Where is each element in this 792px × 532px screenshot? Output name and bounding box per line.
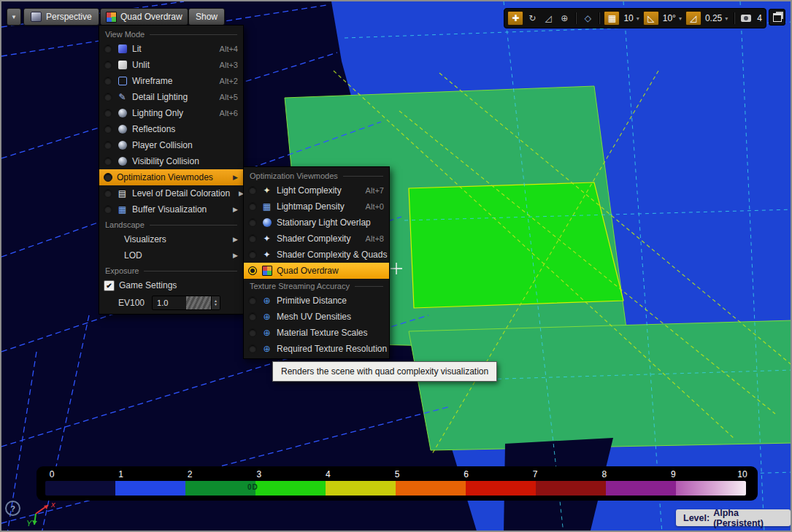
- menu-item-lighting-only[interactable]: Lighting Only Alt+6: [99, 105, 243, 121]
- slider-grip[interactable]: [186, 296, 211, 309]
- optimization-viewmodes-submenu: Optimization Viewmodes ✦ Light Complexit…: [243, 166, 390, 359]
- ev100-spinbox[interactable]: 1.0 ▲ ▼: [152, 296, 220, 310]
- chevron-down-icon[interactable]: ▾: [637, 15, 639, 22]
- menu-item-wireframe[interactable]: Wireframe Alt+2: [99, 73, 243, 89]
- maximize-icon: [773, 13, 782, 22]
- legend-tick-labels: 0 1 2 3 4 5 6 7 8 9 10: [44, 469, 750, 479]
- move-tool-button[interactable]: ✚: [507, 11, 523, 26]
- spin-down-icon: ▼: [214, 303, 218, 307]
- menu-item-player-collision[interactable]: Player Collision: [99, 137, 243, 153]
- legend-segment: [396, 481, 466, 496]
- viewmode-button[interactable]: Quad Overdraw: [100, 8, 188, 26]
- chevron-down-icon[interactable]: ▾: [725, 15, 728, 22]
- menu-item-shader-complexity[interactable]: ✦ Shader Complexity Alt+8: [244, 231, 389, 247]
- menu-item-reflections[interactable]: Reflections: [99, 121, 243, 137]
- radio-icon: [104, 77, 112, 85]
- menu-item-material-texture-scales[interactable]: ⊕ Material Texture Scales: [244, 325, 389, 341]
- grid-snap-value[interactable]: 10: [621, 13, 634, 23]
- menu-item-light-complexity[interactable]: ✦ Light Complexity Alt+7: [244, 182, 389, 198]
- legend-color-strip: [45, 481, 746, 496]
- sparkle-icon: ✦: [261, 234, 272, 243]
- scale-snap-button[interactable]: ◿: [685, 11, 701, 26]
- menu-item-primitive-distance[interactable]: ⊕ Primitive Distance: [244, 293, 389, 309]
- camera-speed-value[interactable]: 4: [755, 13, 763, 23]
- menu-item-stationary-light-overlap[interactable]: Stationary Light Overlap: [244, 215, 389, 231]
- rotate-tool-button[interactable]: ↻: [525, 12, 539, 25]
- maximize-viewport-button[interactable]: [769, 9, 785, 26]
- radio-icon: [248, 312, 257, 321]
- rotation-snap-value[interactable]: 10°: [661, 13, 677, 23]
- show-button[interactable]: Show: [188, 8, 225, 26]
- menu-item-lod[interactable]: LOD ▶: [99, 247, 243, 263]
- menu-item-shader-complexity-quads[interactable]: ✦ Shader Complexity & Quads: [244, 247, 389, 263]
- light-sphere-icon: [261, 218, 272, 227]
- buffer-grid-icon: ▦: [117, 205, 128, 214]
- grid-snap-icon: ▦: [608, 13, 616, 23]
- radio-icon: [104, 205, 112, 214]
- menu-item-required-texture-resolution[interactable]: ⊕ Required Texture Resolution: [244, 341, 389, 357]
- radio-icon: [104, 61, 112, 69]
- viewport-options-button[interactable]: ▼: [7, 8, 21, 26]
- legend-segment: [466, 481, 536, 496]
- menu-item-quad-overdraw[interactable]: Quad Overdraw: [244, 263, 389, 279]
- legend-segment: [115, 481, 185, 496]
- menu-item-optimization-viewmodes[interactable]: Optimization Viewmodes ▶: [99, 169, 243, 185]
- scale-snap-value[interactable]: 0.25: [703, 13, 723, 23]
- sphere-grid-icon: ⊕: [261, 312, 272, 321]
- spin-arrows[interactable]: ▲ ▼: [211, 296, 220, 309]
- menu-item-lightmap-density[interactable]: ▦ Lightmap Density Alt+0: [244, 198, 389, 215]
- world-local-toggle-button[interactable]: ⊕: [557, 12, 572, 25]
- book-icon: ▤: [117, 189, 128, 198]
- grid-snap-button[interactable]: ▦: [604, 11, 620, 26]
- collision-sphere-icon: [117, 157, 128, 166]
- menu-item-visibility-collision[interactable]: Visibility Collision: [99, 153, 243, 169]
- menu-item-mesh-uv-densities[interactable]: ⊕ Mesh UV Densities: [244, 309, 389, 325]
- menu-item-detail-lighting[interactable]: ✎ Detail Lighting Alt+5: [99, 89, 243, 105]
- menu-item-visualizers[interactable]: Visualizers ▶: [99, 231, 243, 247]
- submenu-arrow-icon: ▶: [233, 206, 238, 213]
- sparkle-icon: ✦: [261, 186, 272, 195]
- checkbox-checked-icon[interactable]: ✔: [104, 280, 115, 291]
- sphere-grid-icon: ⊕: [261, 296, 272, 305]
- shortcut: Alt+7: [366, 186, 384, 195]
- menu-item-game-settings[interactable]: ✔ Game Settings: [99, 277, 243, 293]
- unreal-viewport-window: ▼ Perspective Quad Overdraw Show ✚ ↻ ◿ ⊕…: [0, 0, 792, 532]
- section-optimization-viewmodes: Optimization Viewmodes: [244, 169, 389, 182]
- camera-speed-button[interactable]: [739, 12, 753, 25]
- section-view-mode: View Mode: [99, 27, 243, 41]
- rotation-snap-button[interactable]: ◺: [643, 11, 659, 26]
- menu-item-lod-coloration[interactable]: ▤ Level of Detail Coloration ▶: [99, 185, 243, 201]
- surface-snap-button[interactable]: ◇: [580, 12, 595, 25]
- menu-item-buffer-visualization[interactable]: ▦ Buffer Visualization ▶: [99, 201, 243, 217]
- globe-icon: ⊕: [561, 13, 568, 23]
- unlit-cube-icon: [117, 61, 128, 69]
- shortcut: Alt+6: [220, 109, 238, 117]
- shortcut: Alt+5: [220, 93, 238, 101]
- wireframe-cube-icon: [117, 77, 128, 85]
- legend-segment: [676, 481, 746, 496]
- sparkle-icon: ✦: [261, 250, 272, 259]
- shortcut: Alt+8: [366, 234, 384, 243]
- axis-x-label: x: [50, 500, 55, 509]
- scale-tool-button[interactable]: ◿: [541, 12, 555, 25]
- section-texture-streaming-accuracy: Texture Streaming Accuracy: [244, 279, 389, 293]
- help-icon[interactable]: ?: [5, 501, 20, 516]
- submenu-arrow-icon: ▶: [233, 252, 238, 259]
- axis-y-label: Y: [26, 519, 32, 528]
- toolbar-separator: [734, 12, 735, 24]
- scale-snap-icon: ◿: [690, 13, 696, 23]
- radio-icon: [248, 250, 257, 259]
- legend-segment: [185, 481, 255, 496]
- overdraw-region-bright-green: [409, 182, 623, 308]
- transform-snap-toolbar: ✚ ↻ ◿ ⊕ ◇ ▦ 10 ▾ ◺ 10° ▾ ◿ 0.25 ▾ 4: [504, 8, 766, 28]
- chevron-down-icon[interactable]: ▾: [679, 15, 682, 22]
- menu-item-lit[interactable]: Lit Alt+4: [99, 41, 243, 57]
- submenu-arrow-icon: ▶: [233, 174, 238, 181]
- perspective-button[interactable]: Perspective: [23, 8, 99, 26]
- radio-icon: [104, 173, 112, 182]
- radio-selected-icon: [248, 266, 257, 275]
- menu-item-unlit[interactable]: Unlit Alt+3: [99, 57, 243, 73]
- radio-icon: [248, 344, 257, 353]
- legend-segment: [45, 481, 115, 496]
- shortcut: Alt+0: [366, 202, 384, 211]
